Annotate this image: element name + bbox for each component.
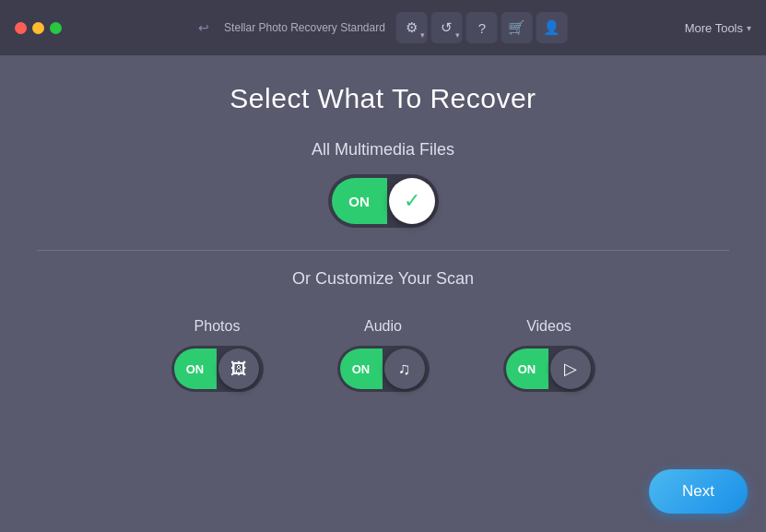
photos-toggle-knob: 🖼 [218, 349, 259, 389]
back-icon: ↩ [198, 20, 209, 35]
account-icon: 👤 [543, 19, 560, 36]
toggle-knob: ✓ [389, 178, 435, 224]
photos-toggle[interactable]: ON 🖼 [171, 346, 264, 392]
help-icon: ? [478, 20, 486, 36]
more-tools-button[interactable]: More Tools ▾ [685, 21, 751, 35]
audio-item: Audio ON ♫ [337, 318, 430, 392]
audio-toggle[interactable]: ON ♫ [337, 346, 430, 392]
history-button[interactable]: ↺ [431, 12, 463, 43]
titlebar: ↩ Stellar Photo Recovery Standard ⚙ ↺ ? … [0, 0, 766, 55]
close-button[interactable] [15, 22, 27, 34]
customize-label: Or Customize Your Scan [292, 269, 474, 289]
photos-item: Photos ON 🖼 [171, 318, 264, 392]
account-button[interactable]: 👤 [536, 12, 568, 43]
settings-icon: ⚙ [406, 19, 418, 36]
checkmark-icon: ✓ [404, 189, 420, 213]
photos-on-label: ON [186, 362, 205, 376]
videos-toggle-knob: ▷ [550, 349, 591, 389]
history-icon: ↺ [441, 19, 453, 36]
help-button[interactable]: ? [466, 12, 498, 43]
multimedia-label: All Multimedia Files [312, 140, 454, 160]
minimize-button[interactable] [32, 22, 44, 34]
photos-toggle-on: ON [174, 349, 217, 389]
audio-icon: ♫ [398, 360, 411, 379]
traffic-lights [15, 22, 62, 34]
photos-label: Photos [194, 318, 241, 335]
photos-icon: 🖼 [230, 360, 247, 379]
videos-toggle-on: ON [506, 349, 548, 389]
audio-toggle-on: ON [340, 349, 383, 389]
settings-button[interactable]: ⚙ [396, 12, 428, 43]
audio-toggle-knob: ♫ [384, 349, 425, 389]
next-button[interactable]: Next [649, 469, 748, 514]
titlebar-center: ↩ Stellar Photo Recovery Standard ⚙ ↺ ? … [198, 12, 568, 43]
videos-on-label: ON [518, 362, 536, 376]
toggle-on-area: ON [332, 178, 387, 224]
media-types-row: Photos ON 🖼 Audio ON [171, 318, 595, 392]
video-icon: ▷ [564, 359, 577, 379]
multimedia-toggle[interactable]: ON ✓ [328, 174, 439, 228]
page-title: Select What To Recover [230, 83, 536, 114]
cart-button[interactable]: 🛒 [501, 12, 533, 43]
maximize-button[interactable] [50, 22, 62, 34]
audio-on-label: ON [352, 362, 371, 376]
more-tools-arrow-icon: ▾ [747, 23, 751, 33]
videos-label: Videos [526, 318, 572, 335]
toolbar-buttons: ⚙ ↺ ? 🛒 👤 [396, 12, 568, 43]
toggle-on-label: ON [348, 194, 370, 209]
videos-item: Videos ON ▷ [503, 318, 595, 392]
app-title: Stellar Photo Recovery Standard [224, 21, 385, 34]
multimedia-section: All Multimedia Files ON ✓ [37, 140, 729, 251]
more-tools-label: More Tools [685, 21, 743, 35]
main-content: Select What To Recover All Multimedia Fi… [0, 55, 766, 420]
customize-section: Or Customize Your Scan Photos ON 🖼 Audio [37, 269, 729, 392]
audio-label: Audio [364, 318, 402, 335]
videos-toggle[interactable]: ON ▷ [503, 346, 595, 392]
cart-icon: 🛒 [508, 19, 525, 36]
